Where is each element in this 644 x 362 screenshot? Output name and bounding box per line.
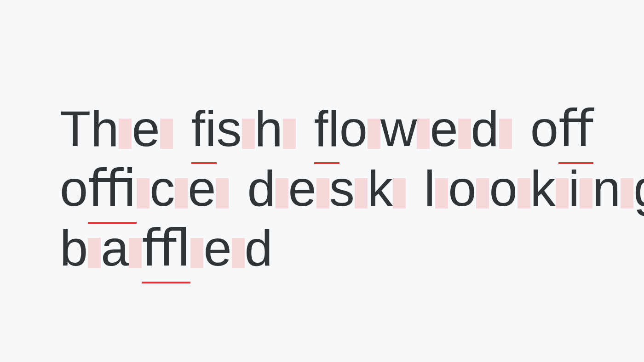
spacing-highlight xyxy=(175,178,188,209)
char-d: d xyxy=(471,100,499,157)
char-d: d xyxy=(245,220,273,276)
glyph: g xyxy=(633,158,644,218)
spacing-highlight xyxy=(119,119,132,149)
spacing-highlight xyxy=(435,178,448,209)
text-line-3: baﬄed xyxy=(60,218,584,278)
ligature-ff: ﬀ xyxy=(558,99,593,158)
char-w: w xyxy=(380,100,417,157)
char-o: o xyxy=(530,100,558,157)
char-n: n xyxy=(592,160,621,216)
glyph: s xyxy=(217,99,255,158)
ligature-fi: ﬁ xyxy=(191,99,217,158)
glyph: o xyxy=(489,158,530,218)
glyph: a xyxy=(101,218,142,278)
spacing-highlight xyxy=(160,119,173,149)
glyph: k xyxy=(530,158,569,218)
glyph: T xyxy=(60,99,91,158)
char-s: s xyxy=(217,100,242,157)
char-e: e xyxy=(132,100,160,157)
char-h: h xyxy=(91,100,119,157)
glyph: o xyxy=(448,158,489,218)
glyph: h xyxy=(91,99,132,158)
glyph: c xyxy=(150,158,188,218)
glyph: o xyxy=(339,99,380,158)
glyph: o xyxy=(530,99,558,158)
char-g: g xyxy=(633,160,644,216)
char-i: i xyxy=(569,160,580,216)
glyph: b xyxy=(60,218,101,278)
spacing-highlight xyxy=(190,238,203,268)
glyph: e xyxy=(188,158,229,218)
char-e: e xyxy=(430,100,458,157)
glyph: h xyxy=(255,99,296,158)
spacing-highlight xyxy=(580,178,592,209)
char-c: c xyxy=(150,160,175,216)
spacing-highlight xyxy=(242,119,255,149)
char-s: s xyxy=(329,160,355,216)
glyph: i xyxy=(569,158,592,218)
spacing-highlight xyxy=(137,178,150,209)
spacing-highlight xyxy=(556,178,569,209)
spacing-highlight xyxy=(621,178,633,209)
char-k: k xyxy=(368,160,393,216)
spacing-highlight xyxy=(458,119,471,149)
glyph: w xyxy=(380,99,430,158)
ligature-glyph: ﬄ xyxy=(142,218,203,278)
spacing-highlight xyxy=(283,119,296,149)
spacing-highlight xyxy=(518,178,530,209)
char-h: h xyxy=(255,100,283,157)
char-b: b xyxy=(60,220,88,276)
char-o: o xyxy=(448,160,476,216)
spacing-highlight xyxy=(232,238,245,268)
spacing-highlight xyxy=(276,178,288,209)
char-e: e xyxy=(203,220,231,276)
ligature-glyph: ﬀ xyxy=(558,99,593,158)
typography-sample: Theﬁshﬂowedoﬀ oﬃcedesklooking baﬄed xyxy=(60,99,584,278)
char-l: l xyxy=(424,160,435,216)
char-o: o xyxy=(489,160,517,216)
spacing-highlight xyxy=(355,178,368,209)
spacing-highlight xyxy=(393,178,406,209)
ligature-glyph: ﬁ xyxy=(191,99,217,158)
char-e: e xyxy=(188,160,216,216)
char-d: d xyxy=(247,160,275,216)
char-o: o xyxy=(339,100,368,157)
ligature-ffl: ﬄ xyxy=(142,218,190,278)
spacing-highlight xyxy=(499,119,512,149)
glyph: n xyxy=(592,158,633,218)
glyph: d xyxy=(245,218,273,278)
spacing-highlight xyxy=(368,119,380,149)
spacing-highlight xyxy=(476,178,489,209)
glyph: e xyxy=(132,99,172,158)
ligature-glyph: ﬂ xyxy=(314,99,339,158)
char-o: o xyxy=(60,160,88,216)
glyph: e xyxy=(430,99,471,158)
glyph: o xyxy=(60,158,88,218)
glyph: d xyxy=(247,158,288,218)
glyph: d xyxy=(471,99,512,158)
spacing-highlight xyxy=(417,119,430,149)
char-T: T xyxy=(60,100,91,157)
char-e: e xyxy=(288,160,316,216)
spacing-highlight xyxy=(88,238,101,268)
glyph: e xyxy=(203,218,244,278)
glyph: e xyxy=(288,158,329,218)
glyph: l xyxy=(424,158,448,218)
spacing-highlight xyxy=(129,238,142,268)
char-k: k xyxy=(530,160,556,216)
ligature-fl: ﬂ xyxy=(314,99,339,158)
ligature-glyph: ﬃ xyxy=(88,158,150,218)
text-line-2: oﬃcedesklooking xyxy=(60,158,584,218)
text-line-1: Theﬁshﬂowedoﬀ xyxy=(60,99,584,158)
spacing-highlight xyxy=(216,178,229,209)
char-a: a xyxy=(101,220,129,276)
ligature-ffi: ﬃ xyxy=(88,158,137,218)
glyph: k xyxy=(368,158,406,218)
spacing-highlight xyxy=(316,178,329,209)
glyph: s xyxy=(329,158,368,218)
